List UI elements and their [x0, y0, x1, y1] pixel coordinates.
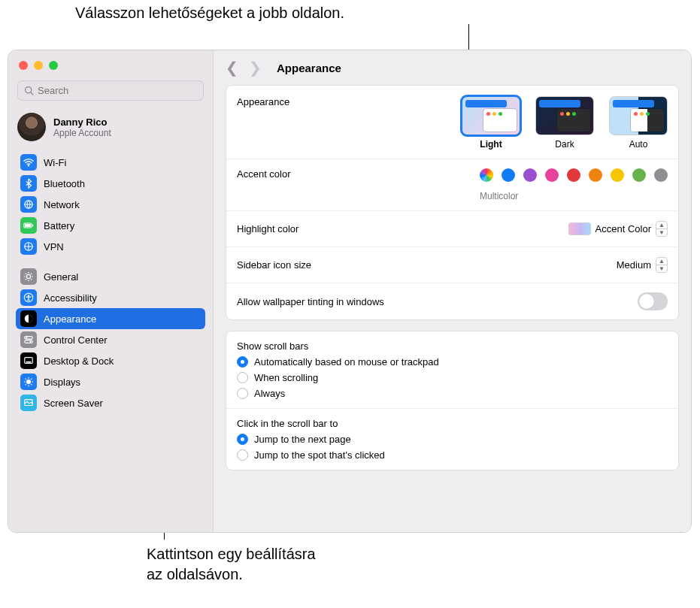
theme-label: Auto [629, 139, 648, 150]
radio-icon [237, 356, 248, 368]
svg-point-18 [26, 380, 31, 384]
label-sidebar-icon: Sidebar icon size [237, 259, 311, 271]
sidebar-item-displays[interactable]: Displays [16, 371, 205, 392]
screen-saver-icon [20, 395, 37, 411]
wifi-icon [20, 154, 37, 171]
swatch-graphite[interactable] [654, 168, 668, 182]
page-title: Appearance [277, 62, 341, 74]
network-icon [20, 196, 37, 213]
sidebar-icon-select[interactable]: Medium ▲▼ [617, 257, 668, 273]
swatch-green[interactable] [632, 168, 646, 182]
appearance-icon [20, 310, 37, 327]
minimize-button[interactable] [34, 61, 43, 70]
svg-point-0 [26, 87, 32, 93]
sidebar-label: VPN [44, 241, 64, 253]
label-scrollbars: Show scroll bars [237, 340, 668, 352]
highlight-select[interactable]: Accent Color ▲▼ [568, 221, 668, 237]
account-sub: Apple Account [53, 128, 111, 138]
back-button[interactable]: ❮ [226, 60, 238, 75]
radio-scroll-auto[interactable]: Automatically based on mouse or trackpad [237, 356, 668, 368]
sidebar-item-vpn[interactable]: VPN [16, 236, 205, 257]
theme-light[interactable]: Light [462, 96, 520, 150]
row-click-scroll: Click in the scroll bar to Jump to the n… [226, 408, 678, 470]
sidebar-label: Appearance [44, 313, 96, 325]
sidebar-item-wifi[interactable]: Wi-Fi [16, 152, 205, 173]
sidebar-label: Displays [44, 377, 80, 388]
row-wallpaper-tinting: Allow wallpaper tinting in windows [226, 283, 678, 319]
svg-line-1 [31, 92, 33, 95]
sidebar-label: Wi-Fi [44, 157, 66, 168]
radio-scroll-always[interactable]: Always [237, 388, 668, 399]
click-radio-group: Jump to the next page Jump to the spot t… [237, 434, 668, 461]
gear-icon [20, 268, 37, 285]
svg-point-15 [30, 341, 32, 343]
sidebar-label: General [44, 271, 78, 283]
theme-group: Light Dark Auto [462, 96, 668, 150]
radio-scroll-when[interactable]: When scrolling [237, 372, 668, 383]
sidebar-label: Accessibility [44, 292, 97, 304]
panel-appearance: Appearance Light Dark [226, 85, 679, 320]
search-input[interactable] [38, 85, 197, 96]
swatch-pink[interactable] [545, 168, 559, 182]
sidebar: Danny Rico Apple Account Wi-Fi Bluetooth [8, 50, 214, 532]
radio-label: Automatically based on mouse or trackpad [254, 356, 439, 368]
svg-point-10 [28, 295, 29, 296]
row-appearance: Appearance Light Dark [226, 86, 678, 159]
sidebar-label: Control Center [44, 334, 108, 346]
sidebar-item-control-center[interactable]: Control Center [16, 329, 205, 350]
theme-label: Dark [555, 139, 574, 150]
radio-icon [237, 434, 248, 445]
radio-label: Always [254, 388, 285, 399]
accessibility-icon [20, 289, 37, 306]
theme-thumb-auto [609, 96, 668, 135]
theme-auto[interactable]: Auto [609, 96, 668, 150]
highlight-value: Accent Color [595, 223, 651, 234]
scrollbars-radio-group: Automatically based on mouse or trackpad… [237, 356, 668, 399]
window-controls [8, 50, 213, 77]
sidebar-item-bluetooth[interactable]: Bluetooth [16, 173, 205, 194]
radio-label: When scrolling [254, 372, 318, 383]
sidebar-item-accessibility[interactable]: Accessibility [16, 287, 205, 308]
swatch-purple[interactable] [523, 168, 537, 182]
maximize-button[interactable] [49, 61, 58, 70]
svg-point-8 [26, 274, 30, 278]
sidebar-item-general[interactable]: General [16, 266, 205, 287]
radio-icon [237, 449, 248, 461]
swatch-multicolor[interactable] [480, 168, 493, 182]
radio-label: Jump to the next page [254, 434, 351, 445]
sidebar-item-desktop-dock[interactable]: Desktop & Dock [16, 350, 205, 371]
theme-label: Light [480, 139, 502, 150]
swatch-red[interactable] [567, 168, 580, 182]
radio-label: Jump to the spot that's clicked [254, 449, 385, 461]
search-field[interactable] [17, 80, 204, 101]
radio-click-next[interactable]: Jump to the next page [237, 434, 668, 445]
theme-dark[interactable]: Dark [535, 96, 594, 150]
sidebar-icon-value: Medium [617, 259, 651, 271]
sidebar-label: Desktop & Dock [44, 355, 114, 367]
topbar: ❮ ❯ Appearance [214, 50, 691, 85]
annotation-top: Válasszon lehetőségeket a jobb oldalon. [75, 5, 344, 22]
sidebar-item-appearance[interactable]: Appearance [16, 308, 205, 329]
label-click-scroll: Click in the scroll bar to [237, 418, 668, 429]
desktop-dock-icon [20, 352, 37, 369]
account-row[interactable]: Danny Rico Apple Account [17, 113, 204, 141]
label-wallpaper: Allow wallpaper tinting in windows [237, 296, 384, 307]
close-button[interactable] [19, 61, 28, 70]
label-accent: Accent color [237, 168, 291, 180]
sidebar-label: Screen Saver [44, 398, 103, 409]
sidebar-item-screen-saver[interactable]: Screen Saver [16, 392, 205, 413]
swatch-orange[interactable] [589, 168, 602, 182]
swatch-yellow[interactable] [611, 168, 624, 182]
swatch-blue[interactable] [502, 168, 515, 182]
settings-window: Danny Rico Apple Account Wi-Fi Bluetooth [8, 50, 692, 533]
sidebar-item-network[interactable]: Network [16, 194, 205, 215]
theme-thumb-light [462, 96, 520, 135]
stepper-icon: ▲▼ [656, 257, 668, 273]
label-highlight: Highlight color [237, 223, 298, 234]
sidebar-item-battery[interactable]: Battery [16, 215, 205, 236]
forward-button[interactable]: ❯ [249, 60, 262, 75]
wallpaper-toggle[interactable] [638, 292, 668, 310]
highlight-swatch-icon [568, 222, 591, 235]
accent-swatches [480, 168, 668, 182]
radio-click-spot[interactable]: Jump to the spot that's clicked [237, 449, 668, 461]
